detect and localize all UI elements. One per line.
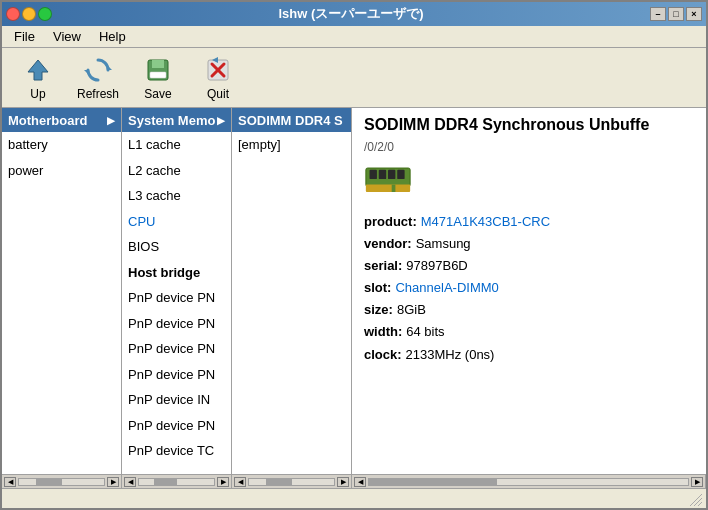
save-button[interactable]: Save	[130, 52, 186, 104]
scrollbar-panel3[interactable]: ◀ ▶	[232, 475, 352, 488]
refresh-button[interactable]: Refresh	[70, 52, 126, 104]
list-item-empty[interactable]: [empty]	[232, 132, 351, 158]
list-item-pnp4[interactable]: PnP device PN	[122, 362, 231, 388]
scrollbar-detail[interactable]: ◀ ▶	[352, 475, 706, 488]
up-button[interactable]: Up	[10, 52, 66, 104]
scroll-left-btn-p1[interactable]: ◀	[4, 477, 16, 487]
scroll-thumb-p2	[154, 479, 177, 485]
win-minimize-button[interactable]: –	[650, 7, 666, 21]
svg-line-19	[698, 502, 702, 506]
scroll-right-btn-p1[interactable]: ▶	[107, 477, 119, 487]
scroll-track-p1[interactable]	[18, 478, 105, 486]
list-item-hostbridge[interactable]: Host bridge	[122, 260, 231, 286]
list-item-pnp3[interactable]: PnP device PN	[122, 336, 231, 362]
svg-rect-4	[152, 60, 164, 68]
main-window: lshw (スーパーユーザで) – □ × File View Help Up	[0, 0, 708, 510]
list-item-pnp7[interactable]: PnP device TC	[122, 438, 231, 464]
panel-systemmem: System Memo ▶ L1 cache L2 cache L3 cache…	[122, 108, 232, 474]
scroll-left-btn-p2[interactable]: ◀	[124, 477, 136, 487]
panel-sodimm: SODIMM DDR4 S [empty]	[232, 108, 352, 474]
quit-icon	[202, 55, 234, 85]
scroll-left-btn-p3[interactable]: ◀	[234, 477, 246, 487]
detail-key-clock: clock:	[364, 344, 402, 366]
list-item-l2cache[interactable]: L2 cache	[122, 158, 231, 184]
list-item-battery[interactable]: battery	[2, 132, 121, 158]
ram-icon-area	[352, 156, 706, 207]
detail-path: /0/2/0	[352, 138, 706, 156]
scrollbar-panel2[interactable]: ◀ ▶	[122, 475, 232, 488]
menu-help[interactable]: Help	[91, 27, 134, 46]
detail-key-product: product:	[364, 211, 417, 233]
svg-rect-16	[392, 185, 396, 192]
refresh-icon	[82, 55, 114, 85]
scroll-right-btn-p3[interactable]: ▶	[337, 477, 349, 487]
panel-motherboard: Motherboard ▶ battery power	[2, 108, 122, 474]
detail-row-product: product: M471A1K43CB1-CRC	[364, 211, 694, 233]
panel-systemmem-title: System Memo	[128, 113, 215, 128]
scroll-left-btn-detail[interactable]: ◀	[354, 477, 366, 487]
detail-value-vendor: Samsung	[416, 233, 471, 255]
svg-rect-15	[397, 170, 404, 179]
list-item-cpu[interactable]: CPU	[122, 209, 231, 235]
win-maximize-button[interactable]: □	[668, 7, 684, 21]
detail-key-size: size:	[364, 299, 393, 321]
scroll-track-p3[interactable]	[248, 478, 335, 486]
toolbar: Up Refresh Save	[2, 48, 706, 108]
svg-rect-11	[366, 185, 410, 192]
up-label: Up	[30, 87, 45, 101]
panel-sodimm-list[interactable]: [empty]	[232, 132, 351, 474]
list-item-pnp6[interactable]: PnP device PN	[122, 413, 231, 439]
menubar: File View Help	[2, 26, 706, 48]
quit-label: Quit	[207, 87, 229, 101]
detail-panel: SODIMM DDR4 Synchronous Unbuffe /0/2/0	[352, 108, 706, 474]
resize-grip-icon[interactable]	[688, 492, 702, 506]
panel-sodimm-title: SODIMM DDR4 S	[238, 113, 343, 128]
svg-rect-12	[370, 170, 377, 179]
close-button[interactable]	[6, 7, 20, 21]
list-item-l1cache[interactable]: L1 cache	[122, 132, 231, 158]
scroll-right-btn-p2[interactable]: ▶	[217, 477, 229, 487]
scroll-track-detail[interactable]	[368, 478, 689, 486]
menu-file[interactable]: File	[6, 27, 43, 46]
detail-row-slot: slot: ChannelA-DIMM0	[364, 277, 694, 299]
panel-motherboard-header: Motherboard ▶	[2, 108, 121, 132]
maximize-button[interactable]	[38, 7, 52, 21]
scroll-right-btn-detail[interactable]: ▶	[691, 477, 703, 487]
list-item-pnp1[interactable]: PnP device PN	[122, 285, 231, 311]
svg-rect-5	[150, 72, 166, 78]
list-item-l3cache[interactable]: L3 cache	[122, 183, 231, 209]
win-close-button[interactable]: ×	[686, 7, 702, 21]
detail-value-size: 8GiB	[397, 299, 426, 321]
scroll-track-p2[interactable]	[138, 478, 215, 486]
svg-rect-14	[388, 170, 395, 179]
detail-key-vendor: vendor:	[364, 233, 412, 255]
panel-systemmem-header: System Memo ▶	[122, 108, 231, 132]
panel-sodimm-header: SODIMM DDR4 S	[232, 108, 351, 132]
detail-title: SODIMM DDR4 Synchronous Unbuffe	[352, 108, 706, 138]
svg-line-18	[694, 498, 702, 506]
detail-row-size: size: 8GiB	[364, 299, 694, 321]
detail-row-width: width: 64 bits	[364, 321, 694, 343]
list-item-bios[interactable]: BIOS	[122, 234, 231, 260]
list-item-power[interactable]: power	[2, 158, 121, 184]
svg-marker-0	[28, 60, 48, 80]
detail-row-serial: serial: 97897B6D	[364, 255, 694, 277]
list-item-pnp5[interactable]: PnP device IN	[122, 387, 231, 413]
window-controls: – □ ×	[650, 7, 702, 21]
panel-motherboard-list[interactable]: battery power	[2, 132, 121, 474]
detail-value-serial: 97897B6D	[406, 255, 467, 277]
list-item-pnp2[interactable]: PnP device PN	[122, 311, 231, 337]
scrollbar-panel1[interactable]: ◀ ▶	[2, 475, 122, 488]
panel-systemmem-list[interactable]: L1 cache L2 cache L3 cache CPU BIOS Host…	[122, 132, 231, 474]
detail-value-slot: ChannelA-DIMM0	[395, 277, 498, 299]
panel-motherboard-title: Motherboard	[8, 113, 87, 128]
quit-button[interactable]: Quit	[190, 52, 246, 104]
detail-key-slot: slot:	[364, 277, 391, 299]
menu-view[interactable]: View	[45, 27, 89, 46]
detail-fields: product: M471A1K43CB1-CRC vendor: Samsun…	[352, 207, 706, 474]
save-label: Save	[144, 87, 171, 101]
status-bar	[2, 488, 706, 508]
minimize-button[interactable]	[22, 7, 36, 21]
detail-row-clock: clock: 2133MHz (0ns)	[364, 344, 694, 366]
panel2-arrow: ▶	[217, 115, 225, 126]
